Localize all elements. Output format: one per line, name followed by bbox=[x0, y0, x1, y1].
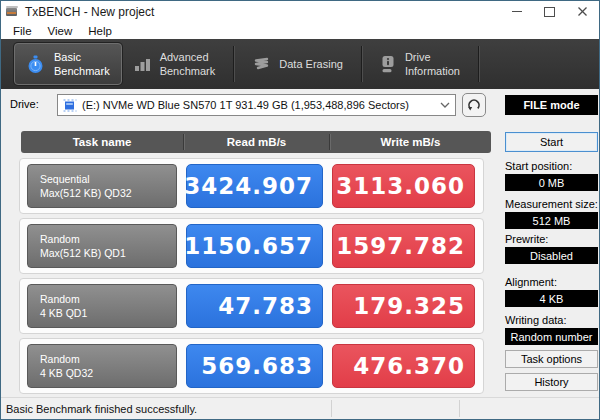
benchmark-row-random-4kb-qd32: Random4 KB QD32 569.683 476.370 bbox=[19, 338, 484, 394]
alignment-label: Alignment: bbox=[505, 276, 557, 288]
task-button[interactable]: Random4 KB QD1 bbox=[27, 284, 177, 328]
status-separator bbox=[459, 400, 460, 417]
close-icon bbox=[577, 6, 588, 17]
tab-drive-information[interactable]: DriveInformation bbox=[368, 43, 472, 85]
prewrite-label: Prewrite: bbox=[505, 233, 548, 245]
read-value: 569.683 bbox=[186, 344, 323, 388]
chevron-down-icon bbox=[440, 102, 450, 108]
tab-basic-benchmark-label: BasicBenchmark bbox=[54, 50, 110, 79]
file-mode-button[interactable]: FILE mode bbox=[505, 95, 598, 115]
menu-bar: File View Help bbox=[1, 22, 599, 39]
title-bar: TxBENCH - New project bbox=[1, 1, 599, 22]
refresh-icon bbox=[467, 98, 481, 112]
header-read: Read mB/s bbox=[184, 136, 329, 148]
read-value: 3424.907 bbox=[186, 164, 323, 208]
stopwatch-icon bbox=[26, 55, 45, 74]
minimize-icon bbox=[512, 11, 522, 12]
benchmark-row-random-4kb-qd1: Random4 KB QD1 47.783 179.325 bbox=[19, 278, 484, 334]
write-value: 1597.782 bbox=[332, 224, 475, 268]
header-write: Write mB/s bbox=[330, 136, 491, 148]
drive-select[interactable]: (E:) NVMe WD Blue SN570 1T 931.49 GB (1,… bbox=[57, 94, 456, 116]
write-value: 476.370 bbox=[332, 344, 475, 388]
drive-info-icon bbox=[380, 55, 396, 73]
menu-view[interactable]: View bbox=[40, 25, 81, 37]
measurement-size-label: Measurement size: bbox=[505, 198, 598, 210]
start-button[interactable]: Start bbox=[505, 132, 598, 152]
results-table-header: Task name Read mB/s Write mB/s bbox=[21, 131, 491, 153]
erase-scribble-icon bbox=[252, 57, 270, 71]
tab-data-erasing-label: Data Erasing bbox=[279, 57, 343, 71]
bar-chart-icon bbox=[134, 57, 151, 72]
task-options-button[interactable]: Task options bbox=[505, 350, 598, 368]
writing-data-value[interactable]: Random number bbox=[505, 328, 598, 345]
task-button[interactable]: SequentialMax(512 KB) QD32 bbox=[27, 164, 177, 208]
task-button[interactable]: RandomMax(512 KB) QD1 bbox=[27, 224, 177, 268]
tab-advanced-benchmark[interactable]: AdvancedBenchmark bbox=[122, 43, 228, 85]
write-value: 179.325 bbox=[332, 284, 475, 328]
write-value: 3113.060 bbox=[332, 164, 475, 208]
benchmark-row-random-qd1: RandomMax(512 KB) QD1 1150.657 1597.782 bbox=[19, 218, 484, 274]
txbench-window: TxBENCH - New project File View Help bbox=[0, 0, 600, 420]
status-message: Basic Benchmark finished successfully. bbox=[6, 403, 197, 415]
drive-selected-value: (E:) NVMe WD Blue SN570 1T 931.49 GB (1,… bbox=[82, 99, 440, 111]
tab-basic-benchmark[interactable]: BasicBenchmark bbox=[14, 43, 122, 85]
alignment-value[interactable]: 4 KB bbox=[505, 290, 598, 307]
minimize-button[interactable] bbox=[500, 1, 533, 22]
history-button[interactable]: History bbox=[505, 373, 598, 391]
toolbar-separator bbox=[233, 46, 234, 82]
read-value: 1150.657 bbox=[186, 224, 323, 268]
start-position-label: Start position: bbox=[505, 160, 572, 172]
status-separator bbox=[331, 400, 332, 417]
task-button[interactable]: Random4 KB QD32 bbox=[27, 344, 177, 388]
prewrite-value[interactable]: Disabled bbox=[505, 247, 598, 264]
measurement-size-value[interactable]: 512 MB bbox=[505, 212, 598, 229]
maximize-button[interactable] bbox=[533, 1, 566, 22]
read-value: 47.783 bbox=[186, 284, 323, 328]
app-icon bbox=[6, 6, 19, 18]
drive-label: Drive: bbox=[10, 98, 39, 110]
start-position-value[interactable]: 0 MB bbox=[505, 174, 598, 191]
drive-icon bbox=[63, 99, 77, 112]
tab-data-erasing[interactable]: Data Erasing bbox=[240, 43, 355, 85]
writing-data-label: Writing data: bbox=[505, 314, 567, 326]
header-task-name: Task name bbox=[21, 136, 183, 148]
tab-advanced-benchmark-label: AdvancedBenchmark bbox=[160, 50, 216, 79]
toolbar-separator bbox=[361, 46, 362, 82]
close-button[interactable] bbox=[566, 1, 599, 22]
maximize-icon bbox=[544, 7, 555, 17]
refresh-drives-button[interactable] bbox=[462, 93, 486, 117]
toolbar: BasicBenchmark AdvancedBenchmark Data Er… bbox=[1, 39, 599, 89]
benchmark-row-sequential-qd32: SequentialMax(512 KB) QD32 3424.907 3113… bbox=[19, 158, 484, 214]
menu-file[interactable]: File bbox=[5, 25, 40, 37]
tab-drive-information-label: DriveInformation bbox=[405, 50, 460, 79]
menu-help[interactable]: Help bbox=[80, 25, 120, 37]
window-title: TxBENCH - New project bbox=[25, 5, 154, 19]
status-bar: Basic Benchmark finished successfully. bbox=[1, 397, 599, 419]
toolbar-separator bbox=[478, 46, 479, 82]
